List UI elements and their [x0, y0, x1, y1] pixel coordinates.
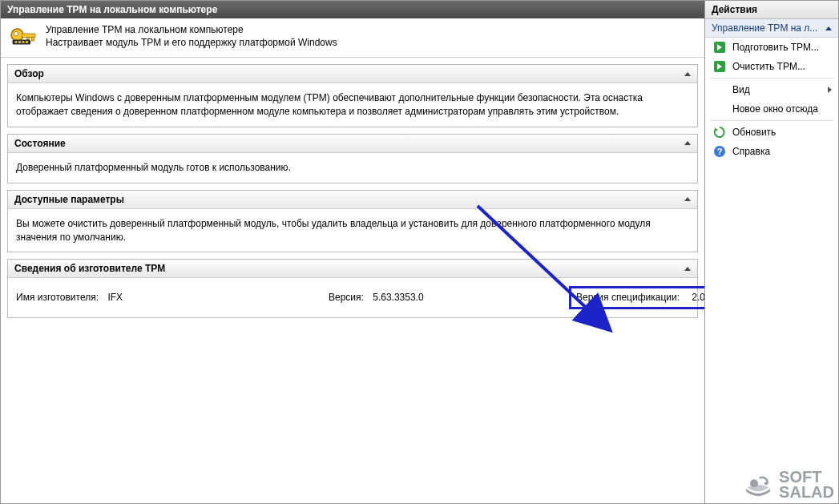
- section-available-body: Вы можете очистить доверенный платформен…: [8, 209, 697, 252]
- actions-group-label: Управление TPM на л...: [712, 22, 817, 34]
- watermark: SOFT SALAD: [742, 469, 834, 501]
- page-title: Управление TPM на локальном компьютере: [46, 23, 337, 36]
- page-subtitle: Настраивает модуль TPM и его поддержку п…: [46, 36, 337, 49]
- section-status-header[interactable]: Состояние: [8, 135, 697, 153]
- watermark-line2: SALAD: [779, 485, 834, 500]
- action-help[interactable]: ? Справка: [705, 142, 838, 161]
- action-view[interactable]: Вид: [705, 80, 838, 99]
- spec-version-value: 2.0: [692, 291, 704, 304]
- section-available-title: Доступные параметры: [14, 194, 124, 205]
- action-label: Подготовить TPM...: [732, 42, 819, 53]
- svg-rect-3: [32, 38, 34, 42]
- section-available: Доступные параметры Вы можете очистить д…: [7, 190, 698, 253]
- blank-icon: [713, 103, 726, 115]
- section-manufacturer-title: Сведения об изготовителе TPM: [14, 263, 165, 274]
- action-clear-tpm[interactable]: Очистить TPM...: [705, 57, 838, 76]
- svg-rect-7: [18, 41, 21, 43]
- section-manufacturer-header[interactable]: Сведения об изготовителе TPM: [8, 260, 697, 278]
- submenu-arrow-icon: [828, 87, 832, 93]
- separator: [710, 120, 833, 121]
- collapse-icon: [825, 26, 832, 30]
- watermark-logo-icon: [742, 469, 774, 501]
- action-prepare-tpm[interactable]: Подготовить TPM...: [705, 38, 838, 57]
- svg-rect-2: [22, 34, 36, 38]
- action-label: Новое окно отсюда: [732, 103, 818, 115]
- action-label: Вид: [732, 84, 750, 95]
- action-label: Справка: [732, 146, 770, 157]
- collapse-icon: [684, 72, 691, 76]
- refresh-icon: [713, 126, 726, 139]
- actions-group-header[interactable]: Управление TPM на л...: [705, 19, 838, 38]
- tpm-key-icon: [9, 26, 38, 46]
- section-overview-body: Компьютеры Windows с доверенным платформ…: [8, 83, 697, 127]
- svg-rect-9: [26, 41, 28, 43]
- mfg-name-label: Имя изготовителя:: [16, 291, 99, 304]
- section-available-header[interactable]: Доступные параметры: [8, 191, 697, 209]
- spec-version-label: Версия спецификации:: [576, 291, 680, 304]
- svg-point-15: [750, 479, 758, 487]
- window-title: Управление TPM на локальном компьютере: [1, 1, 704, 18]
- section-status-body: Доверенный платформенный модуль готов к …: [8, 153, 697, 183]
- action-label: Обновить: [732, 127, 776, 138]
- svg-rect-6: [15, 41, 18, 43]
- collapse-icon: [684, 141, 691, 145]
- mfg-version-label: Версия:: [329, 291, 364, 304]
- action-refresh[interactable]: Обновить: [705, 123, 838, 142]
- actions-title: Действия: [705, 1, 838, 19]
- header-banner: Управление TPM на локальном компьютере Н…: [1, 18, 704, 58]
- section-overview-title: Обзор: [14, 68, 44, 79]
- arrow-right-green-icon: [713, 41, 726, 54]
- action-label: Очистить TPM...: [732, 61, 805, 72]
- svg-rect-8: [22, 41, 25, 43]
- collapse-icon: [684, 197, 691, 201]
- svg-point-1: [14, 32, 18, 36]
- svg-rect-4: [27, 38, 30, 40]
- svg-point-16: [764, 482, 768, 485]
- collapse-icon: [684, 267, 691, 271]
- separator: [710, 78, 833, 79]
- mfg-name-value: IFX: [107, 291, 123, 304]
- action-new-window[interactable]: Новое окно отсюда: [705, 99, 838, 119]
- section-manufacturer: Сведения об изготовителе TPM Имя изготов…: [7, 259, 698, 318]
- content-area[interactable]: Обзор Компьютеры Windows с доверенным пл…: [1, 58, 704, 503]
- actions-pane: Действия Управление TPM на л... Подготов…: [705, 0, 839, 504]
- blank-icon: [713, 83, 726, 96]
- section-status-title: Состояние: [14, 138, 66, 149]
- section-status: Состояние Доверенный платформенный модул…: [7, 134, 698, 183]
- arrow-right-green-icon: [713, 60, 726, 73]
- manufacturer-row: Имя изготовителя: IFX Версия: 5.63.3353.…: [16, 286, 689, 309]
- section-overview: Обзор Компьютеры Windows с доверенным пл…: [7, 64, 698, 127]
- section-overview-header[interactable]: Обзор: [8, 65, 697, 83]
- main-pane: Управление TPM на локальном компьютере: [0, 0, 705, 504]
- mfg-version-value: 5.63.3353.0: [373, 291, 423, 304]
- help-icon: ?: [713, 145, 726, 158]
- spec-version-highlight: Версия спецификации: 2.0: [569, 286, 704, 309]
- svg-text:?: ?: [717, 147, 723, 156]
